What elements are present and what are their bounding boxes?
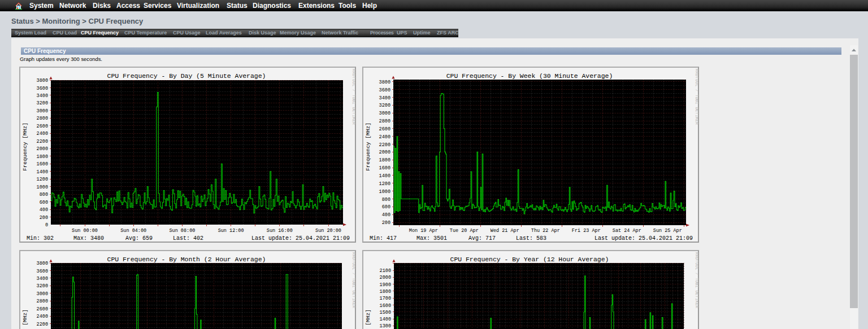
svg-text:Min: 417: Min: 417 [370, 235, 397, 242]
svg-text:CPU Frequency - By Week (30 Mi: CPU Frequency - By Week (30 Minute Avera… [446, 72, 613, 80]
svg-text:3400: 3400 [379, 95, 390, 101]
svg-text:200: 200 [40, 215, 48, 221]
svg-text:2800: 2800 [37, 116, 48, 121]
svg-text:3000: 3000 [37, 108, 48, 114]
svg-text:1000: 1000 [37, 185, 48, 190]
svg-text:2000: 2000 [37, 146, 48, 152]
svg-text:200: 200 [382, 220, 390, 226]
svg-text:Max: 3480: Max: 3480 [73, 235, 104, 242]
svg-text:3600: 3600 [37, 269, 48, 274]
svg-text:RRDTOOL / TOBI OETIKER: RRDTOOL / TOBI OETIKER [695, 252, 699, 308]
svg-text:Frequency [MHz]: Frequency [MHz] [22, 309, 28, 329]
svg-text:Sun 25 Apr: Sun 25 Apr [653, 228, 682, 234]
svg-text:Mon 19 Apr: Mon 19 Apr [409, 228, 438, 234]
svg-text:2200: 2200 [37, 139, 48, 144]
svg-text:CPU Frequency - By Day (5 Minu: CPU Frequency - By Day (5 Minute Average… [107, 72, 266, 80]
svg-text:1400: 1400 [37, 169, 48, 175]
svg-text:Min: 302: Min: 302 [27, 235, 54, 242]
svg-text:3200: 3200 [37, 283, 48, 289]
svg-text:Sat 24 Apr: Sat 24 Apr [613, 228, 641, 234]
svg-text:Sun 04:00: Sun 04:00 [120, 228, 146, 234]
svg-text:0: 0 [45, 222, 48, 228]
svg-text:Sun 16:00: Sun 16:00 [267, 228, 293, 234]
svg-text:Avg: 717: Avg: 717 [468, 235, 496, 242]
svg-text:400: 400 [382, 212, 390, 218]
svg-text:1800: 1800 [37, 154, 48, 160]
svg-text:3200: 3200 [379, 103, 390, 108]
svg-text:Last: 583: Last: 583 [516, 235, 546, 242]
svg-text:1600: 1600 [380, 303, 391, 309]
svg-text:2600: 2600 [379, 126, 390, 132]
svg-text:2200: 2200 [37, 322, 48, 327]
svg-text:2600: 2600 [37, 124, 48, 129]
svg-text:3000: 3000 [379, 111, 390, 116]
svg-text:2800: 2800 [37, 299, 48, 304]
svg-text:1900: 1900 [380, 282, 391, 288]
svg-text:Sun 00:00: Sun 00:00 [72, 228, 98, 234]
svg-text:600: 600 [382, 204, 390, 210]
svg-text:Frequency [MHz]: Frequency [MHz] [365, 122, 371, 171]
svg-text:RRDTOOL / TOBI OETIKER: RRDTOOL / TOBI OETIKER [351, 252, 356, 308]
svg-text:1400: 1400 [379, 173, 390, 179]
svg-text:600: 600 [40, 200, 48, 205]
svg-text:1500: 1500 [380, 310, 391, 315]
svg-text:Max: 3501: Max: 3501 [416, 235, 447, 242]
svg-text:Frequency [MHz]: Frequency [MHz] [22, 122, 28, 171]
svg-text:2400: 2400 [379, 134, 390, 140]
svg-text:800: 800 [382, 197, 390, 203]
svg-text:1700: 1700 [380, 296, 391, 301]
svg-text:Sun 12:00: Sun 12:00 [218, 228, 244, 234]
svg-text:CPU Frequency - By Month (2 Ho: CPU Frequency - By Month (2 Hour Average… [107, 256, 266, 263]
svg-text:1200: 1200 [37, 177, 48, 182]
svg-text:RRDTOOL / TOBI OETIKER: RRDTOOL / TOBI OETIKER [351, 69, 356, 125]
svg-text:1000: 1000 [379, 189, 390, 195]
svg-text:Avg: 659: Avg: 659 [125, 235, 153, 242]
svg-text:1400: 1400 [380, 317, 391, 322]
svg-text:3600: 3600 [37, 86, 48, 91]
svg-text:Last update: 25.04.2021 21:09: Last update: 25.04.2021 21:09 [594, 235, 693, 242]
svg-text:CPU Frequency - By Year (12 Ho: CPU Frequency - By Year (12 Hour Average… [450, 256, 609, 263]
svg-text:3400: 3400 [37, 93, 48, 99]
svg-text:2600: 2600 [37, 306, 48, 312]
svg-text:2800: 2800 [379, 119, 390, 124]
svg-text:800: 800 [40, 192, 48, 198]
svg-text:3800: 3800 [379, 80, 390, 85]
svg-text:Last: 402: Last: 402 [173, 235, 203, 242]
svg-text:1600: 1600 [379, 165, 390, 171]
svg-text:3800: 3800 [37, 261, 48, 266]
svg-text:Wed 21 Apr: Wed 21 Apr [491, 228, 519, 234]
svg-text:1200: 1200 [379, 181, 390, 187]
svg-text:Sun 08:00: Sun 08:00 [169, 228, 195, 234]
svg-text:2400: 2400 [37, 131, 48, 137]
svg-text:1800: 1800 [379, 157, 390, 163]
svg-text:2000: 2000 [379, 150, 390, 155]
svg-text:2200: 2200 [379, 142, 390, 148]
svg-text:1300: 1300 [380, 323, 391, 329]
svg-text:Thu 22 Apr: Thu 22 Apr [531, 228, 560, 234]
svg-text:Fri 23 Apr: Fri 23 Apr [572, 228, 601, 234]
svg-text:3200: 3200 [37, 100, 48, 106]
svg-text:Sun 20:00: Sun 20:00 [315, 228, 341, 234]
svg-text:2400: 2400 [37, 314, 48, 319]
svg-text:1600: 1600 [37, 161, 48, 167]
svg-text:1800: 1800 [380, 289, 391, 295]
svg-text:3400: 3400 [37, 276, 48, 282]
svg-text:400: 400 [40, 207, 48, 213]
svg-text:Frequency [MHz]: Frequency [MHz] [365, 309, 371, 329]
svg-text:2000: 2000 [380, 275, 391, 280]
svg-text:Last update: 25.04.2021 21:09: Last update: 25.04.2021 21:09 [251, 235, 350, 242]
svg-text:2100: 2100 [380, 268, 391, 274]
svg-text:3600: 3600 [379, 87, 390, 93]
svg-text:3000: 3000 [37, 291, 48, 297]
svg-text:3800: 3800 [37, 78, 48, 84]
svg-text:Tue 20 Apr: Tue 20 Apr [450, 228, 479, 234]
svg-text:RRDTOOL / TOBI OETIKER: RRDTOOL / TOBI OETIKER [695, 69, 699, 125]
